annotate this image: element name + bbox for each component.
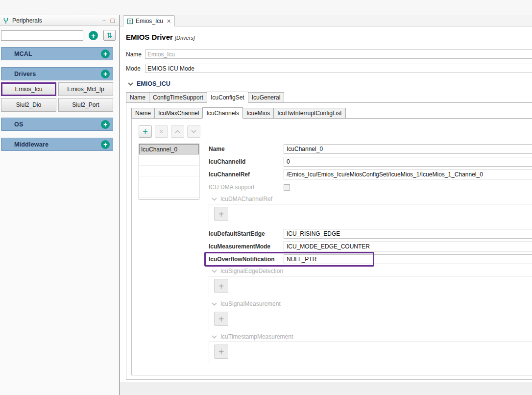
- section-header-icutimestampmeasurement[interactable]: IcuTimestampMeasurement: [212, 333, 532, 340]
- icusignalmeasurement-panel: +: [209, 309, 532, 330]
- chevron-down-icon: [191, 130, 196, 133]
- tab-icumaxchannel[interactable]: IcuMaxChannel: [154, 108, 203, 118]
- application-window: Peripherals ‒ ▢ + ⇅ MCAL + Drivers: [0, 0, 532, 395]
- icuchannelid-field[interactable]: [284, 157, 532, 167]
- driver-button-siul2-port[interactable]: Siul2_Port: [58, 98, 113, 112]
- add-icutimestampmeasurement-button: +: [214, 345, 228, 359]
- icuchannels-pane: + ✕ IcuChannel_0: [131, 119, 532, 375]
- tab-icuchannels[interactable]: IcuChannels: [202, 107, 243, 119]
- chevron-down-icon[interactable]: [128, 82, 133, 86]
- field-row-icumeasurementmode: IcuMeasurementMode: [209, 241, 532, 252]
- chevron-up-icon: [175, 130, 180, 133]
- search-row: + ⇅: [1, 30, 119, 41]
- driver-button-siul2-dio[interactable]: Siul2_Dio: [1, 98, 56, 112]
- name-row: Name: [126, 49, 532, 59]
- chevron-down-icon: [212, 270, 217, 273]
- field-label-icu-dma-support: ICU DMA support: [209, 184, 284, 191]
- editor-empty-area: [120, 382, 532, 395]
- editor-area: Emios_Icu ✕ EMIOS Driver[Drivers] Name M…: [120, 15, 532, 395]
- sidebar-item-middleware[interactable]: Middleware +: [1, 138, 113, 151]
- icumeasurementmode-field[interactable]: [284, 242, 532, 251]
- editor-content: EMIOS Driver[Drivers] Name Mode EMIOS_IC…: [120, 26, 532, 382]
- category-label: Middleware: [14, 141, 48, 148]
- tab-icuemios[interactable]: IcueMios: [242, 108, 274, 118]
- tab-label: Emios_Icu: [136, 18, 163, 25]
- channel-list[interactable]: IcuChannel_0: [139, 144, 199, 199]
- field-label-name: Name: [209, 146, 284, 152]
- section-header-icusignaledgedetection[interactable]: IcuSignalEdgeDetection: [212, 268, 532, 274]
- field-row-icuchannelref: IcuChannelRef: [209, 169, 532, 180]
- plus-icon: +: [143, 127, 148, 136]
- sort-button[interactable]: ⇅: [103, 30, 116, 41]
- minimize-icon[interactable]: ‒: [102, 18, 105, 23]
- add-os-button[interactable]: +: [101, 120, 110, 129]
- icudefaultstartedge-field[interactable]: [284, 229, 532, 239]
- mode-row: Mode: [126, 64, 532, 73]
- tab-name-inner[interactable]: Name: [131, 108, 155, 118]
- sort-icon: ⇅: [107, 31, 113, 39]
- tab-emios-icu[interactable]: Emios_Icu ✕: [123, 15, 175, 26]
- add-peripheral-button[interactable]: +: [89, 31, 98, 40]
- page-title-text: EMIOS Driver: [126, 33, 173, 41]
- driver-buttons-grid: Emios_Icu Emios_Mcl_Ip Siul2_Dio Siul2_P…: [1, 82, 113, 112]
- field-label-icuoverflownotification: IcuOverflowNotification: [209, 256, 284, 263]
- field-label-icuchannelid: IcuChannelId: [209, 158, 284, 165]
- peripherals-panel: Peripherals ‒ ▢ + ⇅ MCAL + Drivers: [0, 15, 120, 395]
- peripherals-panel-body: + ⇅ MCAL + Drivers + Emios_Icu Emios_Mcl…: [0, 26, 119, 158]
- tab-icugeneral[interactable]: IcuGeneral: [248, 92, 285, 102]
- search-input[interactable]: [1, 30, 83, 41]
- subsection-title: IcuTimestampMeasurement: [220, 333, 293, 340]
- field-row-name: Name: [209, 144, 532, 154]
- category-label: OS: [14, 121, 23, 128]
- chevron-down-icon: [212, 198, 217, 201]
- driver-button-emios-icu[interactable]: Emios_Icu: [1, 82, 56, 96]
- mode-field[interactable]: [145, 64, 532, 73]
- maximize-icon[interactable]: ▢: [110, 18, 115, 23]
- list-row-empty: [139, 187, 199, 198]
- icuchannelref-field[interactable]: [284, 170, 532, 179]
- add-channel-button[interactable]: +: [139, 125, 152, 138]
- add-driver-button[interactable]: +: [101, 70, 110, 78]
- close-icon[interactable]: ✕: [167, 18, 171, 25]
- add-icudmachannelref-button: +: [214, 207, 228, 221]
- editor-tab-strip: Emios_Icu ✕: [120, 15, 532, 26]
- subsection-title: IcuSignalMeasurement: [220, 300, 281, 307]
- tab-icuconfigset[interactable]: IcuConfigSet: [207, 92, 248, 103]
- section-title: EMIOS_ICU: [137, 80, 170, 87]
- field-label-icudefaultstartedge: IcuDefaultStartEdge: [209, 230, 284, 237]
- field-row-icudefaultstartedge: IcuDefaultStartEdge: [209, 228, 532, 239]
- field-label-icuchannelref: IcuChannelRef: [209, 171, 284, 178]
- list-item-icuchannel-0[interactable]: IcuChannel_0: [139, 144, 199, 155]
- tab-configtimesupport[interactable]: ConfigTimeSupport: [149, 92, 207, 102]
- icuconfigset-pane: Name IcuMaxChannel IcuChannels IcueMios …: [126, 103, 532, 380]
- add-mcal-button[interactable]: +: [101, 49, 110, 58]
- name-field[interactable]: [284, 144, 532, 154]
- inner-tab-strip: Name IcuMaxChannel IcuChannels IcueMios …: [131, 107, 532, 119]
- page-title: EMIOS Driver[Drivers]: [126, 33, 532, 41]
- sidebar-item-mcal[interactable]: MCAL +: [1, 47, 113, 60]
- panel-window-buttons: ‒ ▢: [102, 18, 115, 23]
- tab-name[interactable]: Name: [126, 92, 149, 102]
- field-label-icumeasurementmode: IcuMeasurementMode: [209, 243, 284, 250]
- move-up-button: [171, 125, 184, 138]
- icu-dma-support-checkbox: [284, 184, 290, 191]
- icuoverflownotification-field[interactable]: [284, 254, 532, 264]
- add-middleware-button[interactable]: +: [101, 140, 110, 149]
- sidebar-item-drivers[interactable]: Drivers +: [1, 67, 113, 80]
- icusignaledgedetection-panel: +: [209, 276, 532, 297]
- list-row-empty: [139, 176, 199, 187]
- section-header-icusignalmeasurement[interactable]: IcuSignalMeasurement: [212, 300, 532, 307]
- sidebar-item-os[interactable]: OS +: [1, 118, 113, 131]
- subsection-title: IcuSignalEdgeDetection: [220, 268, 283, 274]
- channels-content-row: IcuChannel_0 Name: [138, 144, 532, 366]
- section-header-emios-icu[interactable]: EMIOS_ICU: [128, 80, 532, 87]
- list-row-empty: [139, 166, 199, 176]
- subsection-title: IcuDMAChannelRef: [220, 196, 272, 202]
- mode-label: Mode: [126, 65, 145, 72]
- peripherals-panel-header: Peripherals ‒ ▢: [0, 15, 119, 26]
- config-file-icon: [127, 18, 133, 25]
- icudmachannelref-panel: +: [209, 204, 532, 225]
- driver-button-emios-mcl-ip[interactable]: Emios_Mcl_Ip: [58, 82, 113, 96]
- section-header-icudmachannelref[interactable]: IcuDMAChannelRef: [212, 196, 532, 202]
- tab-icuhwinterruptconfiglist[interactable]: IcuHwInterruptConfigList: [273, 108, 345, 118]
